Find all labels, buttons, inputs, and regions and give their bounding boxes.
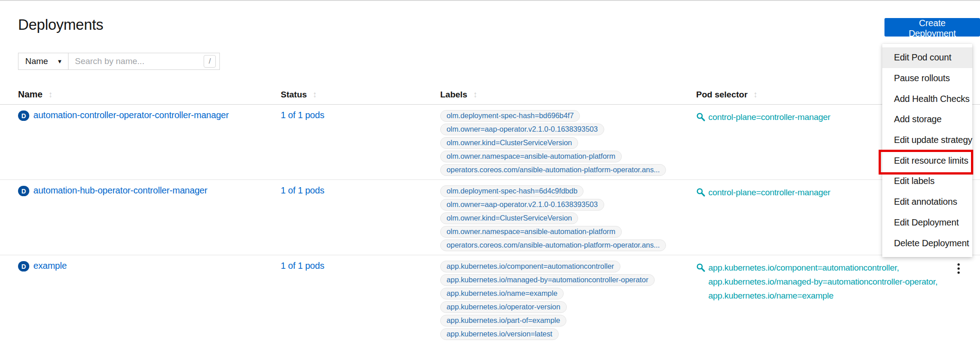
sort-icon[interactable]: ↕ [48, 90, 53, 100]
labels-cell: olm.deployment-spec-hash=6d4c9fdbdb olm.… [440, 185, 696, 251]
label-chip[interactable]: olm.owner=aap-operator.v2.1.0-0.16383935… [440, 199, 604, 211]
pods-status-link[interactable]: 1 of 1 pods [281, 261, 324, 271]
deployment-name-link[interactable]: automation-controller-operator-controlle… [33, 110, 229, 120]
label-chip[interactable]: app.kubernetes.io/operator-version [440, 301, 567, 313]
name-cell: D automation-controller-operator-control… [0, 110, 281, 121]
menu-item-edit-annotations[interactable]: Edit annotations [882, 192, 972, 212]
column-header-labels[interactable]: Labels ↕ [440, 89, 696, 100]
label-chip[interactable]: app.kubernetes.io/name=example [440, 288, 564, 299]
menu-item-add-health-checks[interactable]: Add Health Checks [882, 88, 972, 109]
column-header-status[interactable]: Status ↕ [281, 89, 440, 100]
filter-type-dropdown[interactable]: Name ▾ [18, 53, 68, 70]
pod-selector-link[interactable]: app.kubernetes.io/component=automationco… [708, 261, 938, 275]
sort-icon[interactable]: ↕ [753, 90, 758, 100]
labels-cell: app.kubernetes.io/component=automationco… [440, 261, 696, 340]
table-row: D automation-hub-operator-controller-man… [0, 180, 980, 255]
table-header-row: Name ↕ Status ↕ Labels ↕ Pod selector ↕ [0, 87, 980, 105]
label-chip[interactable]: app.kubernetes.io/part-of=example [440, 315, 566, 327]
deployments-page: Deployments Create Deployment Name ▾ / N… [0, 0, 980, 345]
column-header-name[interactable]: Name ↕ [0, 89, 281, 100]
sort-icon[interactable]: ↕ [473, 90, 478, 100]
menu-item-add-storage[interactable]: Add storage [882, 109, 972, 130]
pod-selector-link[interactable]: control-plane=controller-manager [708, 185, 830, 199]
pod-selector-link[interactable]: app.kubernetes.io/name=example [708, 289, 938, 303]
search-icon [696, 112, 705, 121]
pods-status-link[interactable]: 1 of 1 pods [281, 110, 324, 120]
pod-selector-cell: app.kubernetes.io/component=automationco… [696, 261, 953, 303]
label-chip[interactable]: olm.owner.namespace=ansible-automation-p… [440, 151, 622, 162]
deployment-name-link[interactable]: automation-hub-operator-controller-manag… [33, 185, 207, 196]
menu-item-edit-update-strategy[interactable]: Edit update strategy [882, 130, 972, 151]
label-chip[interactable]: olm.owner=aap-operator.v2.1.0-0.16383935… [440, 124, 604, 135]
table-row: D example 1 of 1 pods app.kubernetes.io/… [0, 255, 980, 344]
menu-item-edit-pod-count[interactable]: Edit Pod count [882, 47, 972, 68]
pod-selector-link[interactable]: control-plane=controller-manager [708, 110, 830, 124]
filter-type-label: Name [25, 56, 48, 66]
menu-item-pause-rollouts[interactable]: Pause rollouts [882, 68, 972, 89]
deployment-resource-badge: D [18, 261, 29, 271]
label-chip[interactable]: olm.owner.namespace=ansible-automation-p… [440, 226, 622, 238]
deployment-resource-badge: D [18, 110, 29, 121]
kebab-menu-icon[interactable] [955, 261, 962, 276]
label-chip[interactable]: app.kubernetes.io/managed-by=automationc… [440, 274, 655, 286]
label-chip[interactable]: olm.deployment-spec-hash=6d4c9fdbdb [440, 185, 583, 197]
search-input[interactable] [68, 53, 220, 70]
actions-cell [953, 261, 980, 276]
deployment-resource-badge: D [18, 186, 29, 196]
status-cell: 1 of 1 pods [281, 110, 440, 120]
name-cell: D example [0, 261, 281, 271]
slash-shortcut-badge: / [204, 55, 216, 68]
label-chip[interactable]: olm.deployment-spec-hash=bd696b4f7 [440, 110, 580, 122]
status-cell: 1 of 1 pods [281, 261, 440, 271]
label-chip[interactable]: olm.owner.kind=ClusterServiceVersion [440, 212, 578, 224]
menu-item-edit-resource-limits[interactable]: Edit resource limits [882, 150, 972, 171]
menu-item-edit-labels[interactable]: Edit labels [882, 171, 972, 192]
page-title: Deployments [18, 16, 103, 33]
pods-status-link[interactable]: 1 of 1 pods [281, 185, 324, 195]
sort-icon[interactable]: ↕ [313, 90, 317, 100]
label-chip[interactable]: app.kubernetes.io/version=latest [440, 328, 559, 340]
menu-item-delete-deployment[interactable]: Delete Deployment [882, 233, 972, 253]
caret-down-icon: ▾ [58, 57, 62, 65]
status-cell: 1 of 1 pods [281, 185, 440, 196]
label-chip[interactable]: olm.owner.kind=ClusterServiceVersion [440, 137, 578, 149]
search-icon [696, 263, 705, 272]
create-deployment-button[interactable]: Create Deployment [884, 18, 980, 37]
pod-selector-link[interactable]: app.kubernetes.io/managed-by=automationc… [708, 275, 938, 289]
search-icon [696, 188, 705, 197]
actions-dropdown-menu: Edit Pod count Pause rollouts Add Health… [882, 44, 972, 257]
label-chip[interactable]: operators.coreos.com/ansible-automation-… [440, 239, 666, 251]
label-chip[interactable]: operators.coreos.com/ansible-automation-… [440, 164, 666, 176]
labels-cell: olm.deployment-spec-hash=bd696b4f7 olm.o… [440, 110, 696, 176]
name-cell: D automation-hub-operator-controller-man… [0, 185, 281, 196]
deployment-name-link[interactable]: example [33, 261, 67, 271]
search-field-wrap: / [68, 53, 220, 70]
filter-toolbar: Name ▾ / [18, 53, 220, 70]
menu-item-edit-deployment[interactable]: Edit Deployment [882, 212, 972, 233]
label-chip[interactable]: app.kubernetes.io/component=automationco… [440, 261, 620, 272]
deployments-table: Name ↕ Status ↕ Labels ↕ Pod selector ↕ … [0, 87, 980, 344]
table-row: D automation-controller-operator-control… [0, 105, 980, 180]
